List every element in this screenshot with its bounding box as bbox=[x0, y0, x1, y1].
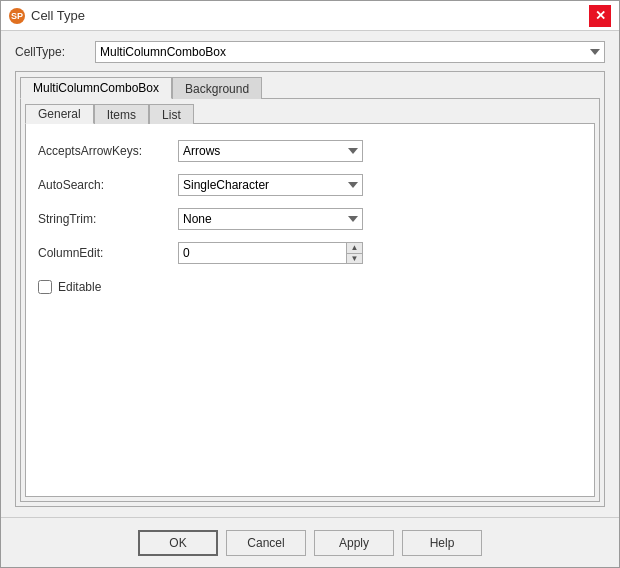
app-icon: SP bbox=[9, 8, 25, 24]
dialog-content: CellType: MultiColumnComboBox ComboBox T… bbox=[1, 31, 619, 517]
title-bar-left: SP Cell Type bbox=[9, 8, 85, 24]
editable-label[interactable]: Editable bbox=[58, 280, 101, 294]
dialog: SP Cell Type ✕ CellType: MultiColumnComb… bbox=[0, 0, 620, 568]
title-bar: SP Cell Type ✕ bbox=[1, 1, 619, 31]
editable-checkbox[interactable] bbox=[38, 280, 52, 294]
spinner-up-button[interactable]: ▲ bbox=[347, 243, 362, 254]
accepts-arrow-keys-select[interactable]: Arrows None Tab bbox=[178, 140, 363, 162]
string-trim-row: StringTrim: None Left Right Both bbox=[38, 208, 582, 230]
cell-type-row: CellType: MultiColumnComboBox ComboBox T… bbox=[15, 41, 605, 63]
tab-multicolumncombobox[interactable]: MultiColumnComboBox bbox=[20, 77, 172, 99]
dialog-title: Cell Type bbox=[31, 8, 85, 23]
string-trim-select[interactable]: None Left Right Both bbox=[178, 208, 363, 230]
cell-type-select[interactable]: MultiColumnComboBox ComboBox TextBox Che… bbox=[95, 41, 605, 63]
accepts-arrow-keys-row: AcceptsArrowKeys: Arrows None Tab bbox=[38, 140, 582, 162]
footer: OK Cancel Apply Help bbox=[1, 517, 619, 567]
outer-tabs-row: MultiColumnComboBox Background bbox=[16, 72, 604, 98]
auto-search-label: AutoSearch: bbox=[38, 178, 168, 192]
tab-general[interactable]: General bbox=[25, 104, 94, 124]
tab-items[interactable]: Items bbox=[94, 104, 149, 124]
inner-tab-panel: AcceptsArrowKeys: Arrows None Tab AutoSe… bbox=[25, 123, 595, 497]
accepts-arrow-keys-label: AcceptsArrowKeys: bbox=[38, 144, 168, 158]
close-button[interactable]: ✕ bbox=[589, 5, 611, 27]
inner-tabs-row: General Items List bbox=[21, 99, 599, 123]
column-edit-label: ColumnEdit: bbox=[38, 246, 168, 260]
ok-button[interactable]: OK bbox=[138, 530, 218, 556]
help-button[interactable]: Help bbox=[402, 530, 482, 556]
outer-tabs-container: MultiColumnComboBox Background General I… bbox=[15, 71, 605, 507]
tab-background[interactable]: Background bbox=[172, 77, 262, 99]
column-edit-spinner: ▲ ▼ bbox=[178, 242, 363, 264]
spinner-down-button[interactable]: ▼ bbox=[347, 254, 362, 264]
cell-type-label: CellType: bbox=[15, 45, 85, 59]
outer-tab-panel: General Items List AcceptsArrowKeys: Arr… bbox=[20, 98, 600, 502]
column-edit-input[interactable] bbox=[179, 243, 346, 263]
apply-button[interactable]: Apply bbox=[314, 530, 394, 556]
auto-search-row: AutoSearch: SingleCharacter None Multipl… bbox=[38, 174, 582, 196]
string-trim-label: StringTrim: bbox=[38, 212, 168, 226]
cancel-button[interactable]: Cancel bbox=[226, 530, 306, 556]
column-edit-row: ColumnEdit: ▲ ▼ bbox=[38, 242, 582, 264]
spinner-buttons: ▲ ▼ bbox=[346, 243, 362, 263]
editable-row: Editable bbox=[38, 280, 582, 294]
auto-search-select[interactable]: SingleCharacter None MultipleCharacters bbox=[178, 174, 363, 196]
tab-list[interactable]: List bbox=[149, 104, 194, 124]
